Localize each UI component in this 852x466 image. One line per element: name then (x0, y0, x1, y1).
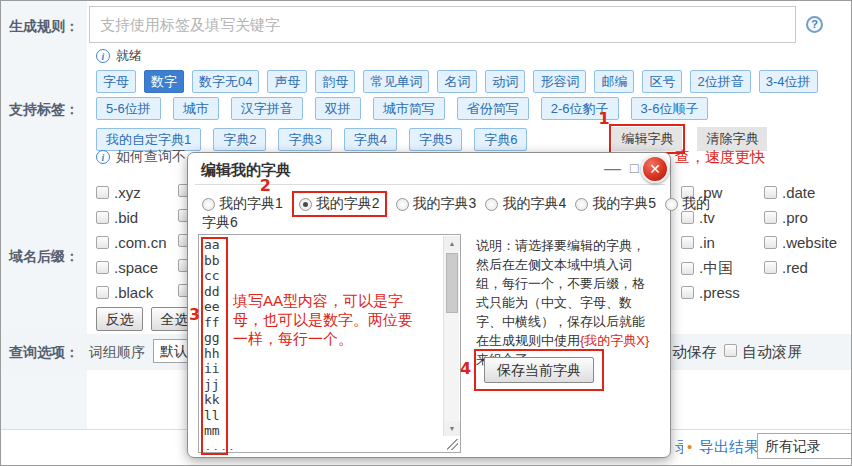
suffix-checkbox[interactable] (764, 211, 777, 224)
scroll-up-icon[interactable]: ▲ (444, 236, 460, 251)
generation-rule-input[interactable] (89, 6, 796, 43)
dictionary-radio-item[interactable]: 我的字典3 (396, 195, 477, 213)
suffix-checkbox[interactable] (96, 211, 109, 224)
supported-tags-label: 支持标签： (9, 101, 79, 119)
tag-button[interactable]: 字典2 (213, 128, 266, 151)
suffix-checkbox[interactable] (681, 262, 694, 275)
tag-button[interactable]: 数字 (144, 70, 184, 93)
minimize-icon[interactable]: — (604, 159, 621, 179)
annotation-number-4: 4 (460, 359, 471, 378)
suffix-checkbox-item: .pro (764, 209, 808, 226)
suffix-checkbox[interactable] (96, 261, 109, 274)
tag-button[interactable]: 字典3 (278, 128, 331, 151)
suffix-label: .bid (114, 209, 138, 226)
suffix-checkbox[interactable] (96, 186, 109, 199)
tag-button[interactable]: 3-6位顺子 (631, 97, 709, 120)
suffix-checkbox[interactable] (96, 286, 109, 299)
help-icon[interactable]: ? (806, 16, 823, 33)
how-to-query-tip: i 如何查询不 (96, 148, 186, 166)
tag-button[interactable]: 名词 (437, 70, 477, 93)
tag-button[interactable]: 字母 (96, 70, 136, 93)
radio-icon[interactable] (665, 198, 678, 211)
tip-text-right-fragment: 查，速度更快 (675, 148, 765, 167)
save-dictionary-button[interactable]: 保存当前字典 (484, 357, 594, 383)
annotation-number-1: 1 (598, 109, 609, 128)
annotation-number-2: 2 (260, 176, 271, 195)
maximize-icon[interactable]: □ (630, 160, 638, 176)
tag-button[interactable]: 省份简写 (457, 97, 529, 120)
edit-dictionary-button[interactable]: 编辑字典 (612, 127, 682, 151)
scroll-down-icon[interactable]: ▼ (444, 421, 460, 436)
export-results-link[interactable]: 导出结果 (699, 438, 759, 457)
autoscroll-checkbox[interactable] (724, 344, 737, 357)
dictionary-radio-group: 我的字典12我的字典2我的字典3我的字典4我的字典5我的 (202, 191, 710, 217)
tag-button[interactable]: 形容词 (533, 70, 586, 93)
suffix-label: .website (782, 234, 837, 251)
resize-grip-icon[interactable] (447, 439, 458, 450)
domain-query-tool-window: 生成规则： ? i 就绪 支持标签： 字母数字数字无04声母韵母常见单词名词动词… (0, 0, 852, 466)
query-options-label: 查询选项： (9, 344, 79, 362)
tag-button[interactable]: 声母 (267, 70, 307, 93)
tag-button[interactable]: 常见单词 (363, 70, 429, 93)
tag-button[interactable]: 数字无04 (192, 70, 259, 93)
tag-button[interactable]: 城市简写 (373, 97, 445, 120)
tag-button[interactable]: 城市 (173, 97, 219, 120)
domain-suffix-label: 域名后缀： (9, 248, 79, 266)
suffix-label: .black (114, 284, 153, 301)
status-line: i 就绪 (96, 47, 142, 65)
dictionary-radio-item[interactable]: 我的字典1 (202, 195, 283, 213)
dictionary-radio-item[interactable]: 我的字典2 (299, 195, 380, 213)
textarea-scrollbar[interactable]: ▲ ▼ (443, 236, 459, 436)
radio-icon[interactable] (202, 198, 215, 211)
tag-button[interactable]: 2位拼音 (690, 70, 750, 93)
suffix-label: .in (699, 234, 715, 251)
suffix-label: .xyz (114, 184, 141, 201)
tag-button[interactable]: 区号 (642, 70, 682, 93)
edit-dictionary-modal: 编辑我的字典 — □ ✕ 我的字典12我的字典2我的字典3我的字典4我的字典5我… (187, 152, 671, 458)
tag-button[interactable]: 字典6 (474, 128, 527, 151)
suffix-label: .space (114, 259, 158, 276)
suffix-checkbox-item: .website (764, 234, 837, 251)
suffix-checkbox-item: .space (96, 259, 158, 276)
dictionary-radio-item[interactable]: 我的 (665, 195, 710, 213)
suffix-checkbox[interactable] (681, 236, 694, 249)
suffix-checkbox[interactable] (96, 236, 109, 249)
radio-label: 我的字典1 (219, 195, 283, 213)
tip-text-left-fragment: 如何查询不 (116, 148, 186, 166)
tag-button[interactable]: 双拼 (315, 97, 361, 120)
radio-icon[interactable] (396, 198, 409, 211)
close-icon[interactable]: ✕ (641, 155, 669, 183)
suffix-label: .中国 (699, 259, 733, 278)
suffix-checkbox-item: .red (764, 259, 808, 276)
radio-icon[interactable] (575, 198, 588, 211)
suffix-checkbox[interactable] (764, 261, 777, 274)
suffix-checkbox-item: .in (681, 234, 715, 251)
clipped-link-fragment[interactable]: 录 (675, 438, 683, 457)
invert-selection-button[interactable]: 反选 (96, 307, 143, 331)
description-red-segment: {我的字典X} (580, 333, 649, 348)
tag-button[interactable]: 动词 (485, 70, 525, 93)
annotation-box-1: 1 编辑字典 (609, 124, 685, 154)
bullet-icon: • (687, 438, 692, 455)
tag-button[interactable]: 字典4 (344, 128, 397, 151)
tag-button[interactable]: 汉字拼音 (231, 97, 303, 120)
tag-row-1: 字母数字数字无04声母韵母常见单词名词动词形容词邮编区号2位拼音3-4位拼 (96, 70, 818, 93)
annotation-box-2: 2我的字典2 (292, 191, 387, 217)
suffix-checkbox[interactable] (764, 236, 777, 249)
tag-button[interactable]: 3-4位拼 (759, 70, 818, 93)
tag-button[interactable]: 5-6位拼 (96, 97, 161, 120)
tag-button[interactable]: 韵母 (315, 70, 355, 93)
suffix-checkbox[interactable] (764, 186, 777, 199)
dictionary-radio-item[interactable]: 我的字典5 (575, 195, 656, 213)
radio-icon[interactable] (485, 198, 498, 211)
records-scope-select[interactable]: 所有记录 (757, 433, 852, 459)
suffix-label: .pro (782, 209, 808, 226)
radio-label: 我的字典4 (502, 195, 566, 213)
suffix-checkbox[interactable] (681, 286, 694, 299)
scrollbar-thumb[interactable] (446, 253, 458, 313)
radio-icon[interactable] (299, 198, 312, 211)
tag-button[interactable]: 字典5 (409, 128, 462, 151)
dictionary6-wrap-label: 字典6 (202, 214, 238, 232)
dictionary-radio-item[interactable]: 我的字典4 (485, 195, 566, 213)
tag-button[interactable]: 邮编 (594, 70, 634, 93)
